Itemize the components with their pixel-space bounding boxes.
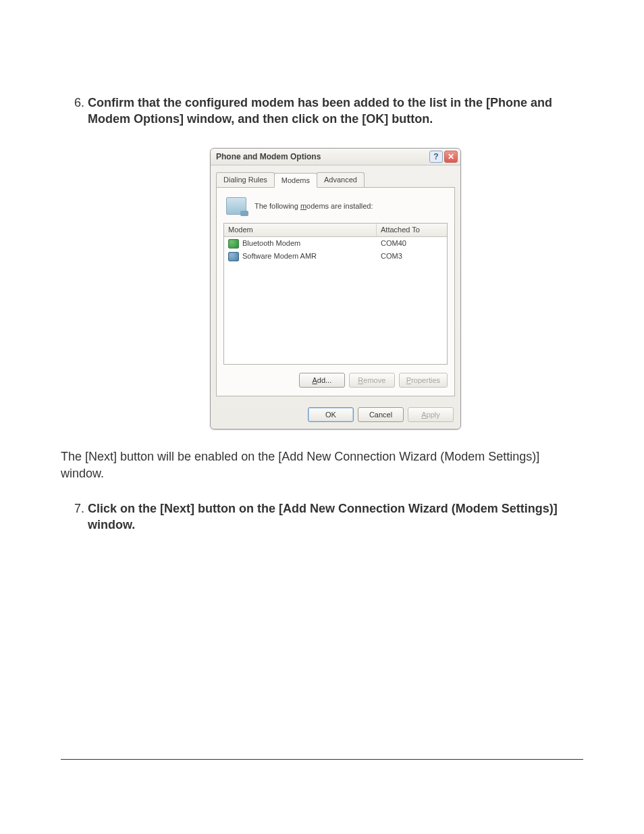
step-6: Confirm that the configured modem has be…	[88, 95, 583, 429]
ok-button[interactable]: OK	[308, 407, 354, 422]
bluetooth-modem-icon	[228, 239, 239, 249]
column-modem[interactable]: Modem	[224, 224, 377, 236]
dialog-tabs: Dialing Rules Modems Advanced	[216, 172, 455, 188]
page-footer-rule	[61, 759, 583, 760]
phone-modem-dialog: Phone and Modem Options ? ✕ Dialing Rule…	[210, 148, 461, 430]
list-item[interactable]: Bluetooth Modem COM40	[224, 237, 447, 250]
tab-modems[interactable]: Modems	[274, 173, 317, 188]
properties-button[interactable]: Properties	[399, 373, 448, 388]
modem-name: Software Modem AMR	[242, 251, 317, 261]
close-button[interactable]: ✕	[444, 151, 458, 163]
modem-icon	[226, 197, 246, 215]
help-icon: ?	[433, 151, 438, 162]
dialog-title: Phone and Modem Options	[216, 151, 321, 162]
add-button[interactable]: Add...	[299, 373, 345, 388]
tab-advanced[interactable]: Advanced	[317, 172, 365, 188]
step-7-heading: Click on the [Next] button on the [Add N…	[88, 502, 558, 531]
column-attached-to[interactable]: Attached To	[377, 224, 447, 236]
list-item[interactable]: Software Modem AMR COM3	[224, 250, 447, 263]
interstitial-text: The [Next] button will be enabled on the…	[61, 448, 583, 481]
modem-port: COM3	[377, 251, 447, 262]
step-7: Click on the [Next] button on the [Add N…	[88, 500, 583, 533]
modem-port: COM40	[377, 238, 447, 249]
step-6-heading: Confirm that the configured modem has be…	[88, 96, 552, 126]
software-modem-icon	[228, 252, 239, 261]
tab-body-modems: The following modems are installed: Mode…	[216, 188, 455, 396]
installed-modems-label: The following modems are installed:	[254, 201, 373, 211]
help-button[interactable]: ?	[429, 151, 443, 163]
apply-button[interactable]: Apply	[408, 407, 454, 422]
listview-header: Modem Attached To	[224, 224, 447, 237]
dialog-titlebar: Phone and Modem Options ? ✕	[211, 149, 460, 165]
remove-button[interactable]: Remove	[349, 373, 395, 388]
modems-listview[interactable]: Modem Attached To Bluetooth Modem COM40	[223, 223, 448, 365]
tab-dialing-rules[interactable]: Dialing Rules	[216, 172, 275, 188]
cancel-button[interactable]: Cancel	[358, 407, 404, 422]
close-icon: ✕	[448, 151, 454, 162]
modem-name: Bluetooth Modem	[242, 238, 300, 249]
